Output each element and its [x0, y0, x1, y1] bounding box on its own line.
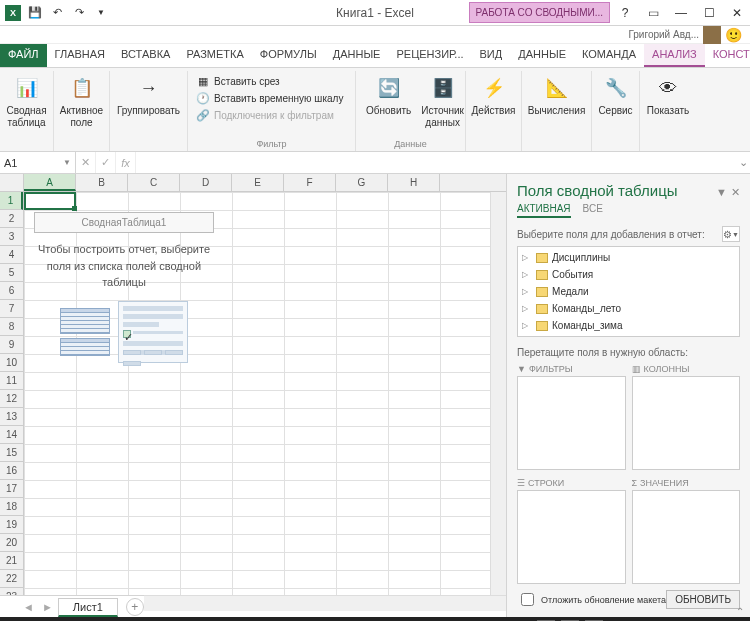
expand-icon[interactable]: ▷	[522, 253, 532, 262]
fields-tab-active[interactable]: АКТИВНАЯ	[517, 203, 571, 218]
active-cell[interactable]	[24, 192, 76, 210]
user-account[interactable]: Григорий Авд... 🙂	[624, 26, 746, 44]
update-button[interactable]: ОБНОВИТЬ	[666, 590, 740, 609]
sheet-nav-prev[interactable]: ◄	[20, 601, 37, 613]
insert-timeline-button[interactable]: 🕐Вставить временную шкалу	[194, 90, 349, 106]
tab-view[interactable]: ВИД	[472, 44, 511, 67]
actions-button[interactable]: ⚡Действия	[472, 73, 515, 119]
help-button[interactable]: ?	[612, 2, 638, 24]
col-header-h[interactable]: H	[388, 174, 440, 191]
qat-customize[interactable]: ▼	[92, 4, 110, 22]
col-header-e[interactable]: E	[232, 174, 284, 191]
tab-design[interactable]: КОНСТРУКТОР	[705, 44, 750, 67]
row-header[interactable]: 7	[0, 300, 23, 318]
field-item[interactable]: ▷Команды_зима	[520, 317, 737, 334]
group-button[interactable]: → Группировать	[116, 73, 181, 119]
close-button[interactable]: ✕	[724, 2, 750, 24]
vertical-scrollbar[interactable]	[490, 192, 506, 595]
task-pane-close[interactable]: ✕	[731, 186, 740, 198]
sheet-tab-1[interactable]: Лист1	[58, 598, 118, 617]
row-header[interactable]: 11	[0, 372, 23, 390]
row-header[interactable]: 13	[0, 408, 23, 426]
pivot-placeholder[interactable]: СводнаяТаблица1 Чтобы построить отчет, в…	[34, 212, 214, 363]
values-drop-area[interactable]: ΣЗНАЧЕНИЯ	[632, 476, 741, 584]
calculations-button[interactable]: 📐Вычисления	[528, 73, 585, 119]
row-header-1[interactable]: 1	[0, 192, 23, 210]
enter-formula-button[interactable]: ✓	[96, 152, 116, 173]
ribbon-display-button[interactable]: ▭	[640, 2, 666, 24]
col-header-a[interactable]: A	[24, 174, 76, 191]
filter-connections-button[interactable]: 🔗Подключения к фильтрам	[194, 107, 349, 123]
pivot-table-button[interactable]: 📊 Сводная таблица	[6, 73, 47, 131]
undo-button[interactable]: ↶	[48, 4, 66, 22]
refresh-button[interactable]: 🔄Обновить	[362, 73, 415, 131]
fields-list[interactable]: ▷Дисциплины ▷События ▷Медали ▷Команды_ле…	[517, 246, 740, 337]
tab-review[interactable]: РЕЦЕНЗИР...	[388, 44, 471, 67]
show-button[interactable]: 👁Показать	[646, 73, 690, 119]
row-header[interactable]: 20	[0, 534, 23, 552]
columns-drop-area[interactable]: ▥КОЛОННЫ	[632, 362, 741, 470]
row-header[interactable]: 16	[0, 462, 23, 480]
horizontal-scrollbar[interactable]	[144, 595, 506, 611]
tab-file[interactable]: ФАЙЛ	[0, 44, 47, 67]
field-item[interactable]: ▷События	[520, 266, 737, 283]
cancel-formula-button[interactable]: ✕	[76, 152, 96, 173]
row-header[interactable]: 14	[0, 426, 23, 444]
collapse-ribbon-button[interactable]: ⌃	[736, 606, 744, 617]
tab-analyze[interactable]: АНАЛИЗ	[644, 44, 705, 67]
col-header-g[interactable]: G	[336, 174, 388, 191]
expand-formula-bar[interactable]: ⌄	[736, 156, 750, 169]
save-button[interactable]: 💾	[26, 4, 44, 22]
col-header-c[interactable]: C	[128, 174, 180, 191]
tab-team[interactable]: Команда	[574, 44, 644, 67]
tools-button[interactable]: 🔧Сервис	[598, 73, 633, 119]
name-box[interactable]: A1▼	[0, 152, 76, 173]
row-header[interactable]: 21	[0, 552, 23, 570]
add-sheet-button[interactable]: +	[126, 598, 144, 616]
rows-drop-area[interactable]: ☰СТРОКИ	[517, 476, 626, 584]
row-header[interactable]: 4	[0, 246, 23, 264]
tools-dropdown[interactable]: ⚙▼	[722, 226, 740, 242]
task-pane-menu[interactable]: ▼	[716, 186, 727, 198]
select-all-corner[interactable]	[0, 174, 24, 192]
tab-home[interactable]: ГЛАВНАЯ	[47, 44, 113, 67]
tab-data[interactable]: ДАННЫЕ	[325, 44, 389, 67]
tab-data2[interactable]: ДАННЫЕ	[510, 44, 574, 67]
fields-tab-all[interactable]: ВСЕ	[583, 203, 603, 218]
row-header[interactable]: 19	[0, 516, 23, 534]
expand-icon[interactable]: ▷	[522, 304, 532, 313]
row-header[interactable]: 22	[0, 570, 23, 588]
field-item[interactable]: ▷Команды_лето	[520, 300, 737, 317]
row-header[interactable]: 3	[0, 228, 23, 246]
expand-icon[interactable]: ▷	[522, 287, 532, 296]
col-header-f[interactable]: F	[284, 174, 336, 191]
tab-formulas[interactable]: ФОРМУЛЫ	[252, 44, 325, 67]
col-header-d[interactable]: D	[180, 174, 232, 191]
row-header[interactable]: 23	[0, 588, 23, 595]
filters-drop-area[interactable]: ▼ФИЛЬТРЫ	[517, 362, 626, 470]
row-header[interactable]: 8	[0, 318, 23, 336]
row-header[interactable]: 12	[0, 390, 23, 408]
minimize-button[interactable]: —	[668, 2, 694, 24]
change-source-button[interactable]: 🗄️Источник данных	[417, 73, 468, 131]
cells-grid[interactable]: СводнаяТаблица1 Чтобы построить отчет, в…	[24, 192, 490, 595]
tab-layout[interactable]: РАЗМЕТКА	[178, 44, 251, 67]
field-item[interactable]: ▷Дисциплины	[520, 249, 737, 266]
field-item[interactable]: ▷Медали	[520, 283, 737, 300]
row-header[interactable]: 17	[0, 480, 23, 498]
row-header[interactable]: 6	[0, 282, 23, 300]
active-field-button[interactable]: 📋 Активное поле	[60, 73, 103, 131]
row-header[interactable]: 5	[0, 264, 23, 282]
row-header[interactable]: 9	[0, 336, 23, 354]
row-header[interactable]: 18	[0, 498, 23, 516]
row-header[interactable]: 2	[0, 210, 23, 228]
expand-icon[interactable]: ▷	[522, 270, 532, 279]
insert-slicer-button[interactable]: ▦Вставить срез	[194, 73, 349, 89]
expand-icon[interactable]: ▷	[522, 321, 532, 330]
maximize-button[interactable]: ☐	[696, 2, 722, 24]
fx-button[interactable]: fx	[116, 152, 136, 173]
sheet-nav-next[interactable]: ►	[39, 601, 56, 613]
col-header-b[interactable]: B	[76, 174, 128, 191]
row-header[interactable]: 10	[0, 354, 23, 372]
defer-layout-checkbox[interactable]: Отложить обновление макета	[517, 590, 666, 609]
